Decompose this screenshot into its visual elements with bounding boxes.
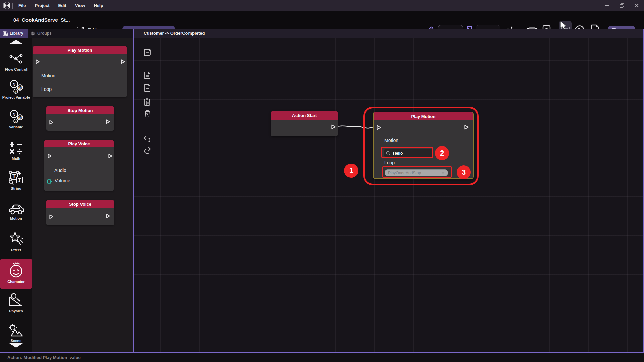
sidebar-item-project-variable[interactable]: x@y Project Variable: [0, 80, 32, 99]
node-palette: Play Motion Motion Loop Stop Motion Play…: [32, 38, 133, 353]
scroll-up-arrow[interactable]: [9, 40, 23, 44]
node-action-start[interactable]: Action Start: [271, 111, 338, 136]
groups-icon: [30, 31, 35, 36]
string-icon: TT: [0, 170, 32, 185]
annotation-step-2: 2: [435, 146, 449, 160]
palette-node-stop-motion[interactable]: Stop Motion: [46, 106, 114, 131]
library-tab-label: Library: [10, 31, 23, 36]
palette-node-title: Play Motion: [68, 48, 92, 53]
project-variable-icon: x@y: [0, 80, 32, 94]
scene-icon: [0, 323, 32, 337]
minimize-button[interactable]: [600, 0, 614, 11]
sidebar-item-scene[interactable]: Scene: [0, 323, 32, 343]
graph-canvas[interactable]: Action Start Play Motion Motion Hello Lo…: [133, 38, 644, 353]
pin-label-loop: Loop: [41, 86, 52, 92]
palette-node-play-motion[interactable]: Play Motion Motion Loop: [33, 46, 127, 97]
breadcrumb: Customer -> OrderCompleted: [144, 29, 205, 38]
sidebar-item-label: String: [0, 186, 32, 190]
sidebar-item-effect[interactable]: Effect: [0, 231, 32, 252]
svg-text:@: @: [18, 85, 22, 90]
category-sidebar: Flow Control x@y Project Variable x@y Va…: [0, 38, 32, 353]
pin-label-volume: Volume: [55, 178, 70, 183]
palette-node-play-voice[interactable]: Play Voice Audio Volume: [44, 140, 114, 191]
sidebar-item-label: Effect: [0, 248, 32, 252]
paste-icon[interactable]: [143, 98, 152, 106]
sidebar-item-physics[interactable]: Physics: [0, 293, 32, 313]
sidebar-item-flow-control[interactable]: Flow Control: [0, 53, 32, 71]
undo-icon[interactable]: [143, 135, 152, 144]
palette-node-title: Stop Motion: [67, 108, 93, 113]
exec-in-pin[interactable]: [49, 214, 54, 219]
status-bar: Action: Modified Play Motion value: [0, 352, 644, 362]
exec-in-pin[interactable]: [49, 120, 54, 125]
library-icon: [3, 31, 8, 36]
remove-document-icon[interactable]: [143, 83, 152, 92]
sidebar-item-label: Project Variable: [0, 95, 32, 99]
connection-wire: [133, 38, 644, 353]
exec-in-pin[interactable]: [35, 59, 40, 64]
svg-text:y: y: [15, 89, 17, 93]
sidebar-item-label: Character: [0, 280, 32, 284]
groups-tab-label: Groups: [37, 31, 52, 36]
sidebar-item-label: Scene: [0, 339, 32, 343]
project-title: 04_CookAndServe_St...: [13, 11, 70, 29]
annotation-step-3: 3: [457, 165, 471, 179]
redo-icon[interactable]: [143, 146, 152, 155]
variable-icon: x@y: [0, 110, 32, 124]
status-text: Action: Modified Play Motion value: [7, 353, 81, 362]
menu-view[interactable]: View: [71, 0, 89, 11]
annotation-step-1: 1: [344, 164, 358, 178]
exec-out-pin[interactable]: [106, 213, 110, 219]
exec-out-pin[interactable]: [108, 153, 113, 159]
palette-node-title: Stop Voice: [69, 202, 91, 207]
palette-node-stop-voice[interactable]: Stop Voice: [46, 200, 114, 225]
sidebar-item-string[interactable]: TT String: [0, 170, 32, 190]
effect-star-icon: [0, 231, 32, 247]
canvas-header: Customer -> OrderCompleted: [133, 29, 644, 38]
sidebar-item-label: Flow Control: [0, 67, 32, 71]
menu-project[interactable]: Project: [30, 0, 54, 11]
volume-data-pin[interactable]: [47, 179, 53, 184]
exec-out-pin[interactable]: [121, 59, 125, 64]
motion-car-icon: [0, 203, 32, 215]
svg-text:T: T: [12, 173, 16, 179]
sidebar-item-variable[interactable]: x@y Variable: [0, 110, 32, 129]
sidebar-item-label: Motion: [0, 216, 32, 220]
node-title: Action Start: [292, 113, 317, 118]
delete-icon[interactable]: [143, 109, 152, 118]
character-face-icon: [0, 262, 32, 278]
step-number: 1: [349, 166, 353, 175]
menu-edit[interactable]: Edit: [54, 0, 71, 11]
annotation-loop-box: [382, 166, 452, 178]
sidebar-item-motion[interactable]: Motion: [0, 203, 32, 220]
close-button[interactable]: [629, 0, 644, 11]
scroll-down-arrow[interactable]: [9, 343, 23, 348]
svg-text:@: @: [18, 115, 22, 120]
exec-out-pin[interactable]: [106, 119, 110, 124]
annotation-motion-box: [381, 147, 433, 158]
math-icon: [0, 141, 32, 155]
sidebar-item-label: Math: [0, 156, 32, 160]
menu-file[interactable]: File: [14, 0, 30, 11]
svg-text:T: T: [18, 178, 21, 183]
storyboard-icon[interactable]: [143, 48, 152, 57]
exec-in-pin[interactable]: [47, 153, 52, 159]
exec-out-pin[interactable]: [331, 124, 336, 130]
app-logo-icon: [3, 2, 11, 9]
sidebar-item-math[interactable]: Math: [0, 141, 32, 160]
tab-groups[interactable]: Groups: [30, 29, 52, 38]
titlebar: File Project Edit View Help: [0, 0, 644, 11]
restore-button[interactable]: [614, 0, 629, 11]
palette-node-title: Play Voice: [68, 141, 90, 146]
sidebar-item-label: Variable: [0, 125, 32, 129]
app-window: File Project Edit View Help 04_CookAndSe…: [0, 0, 644, 362]
sidebar-item-character[interactable]: Character: [0, 262, 32, 284]
panel-tabs-row: Library Groups: [0, 29, 133, 38]
header-bar: 04_CookAndServe_St... Edit Behaviour kg …: [0, 11, 644, 29]
tab-library[interactable]: Library: [0, 29, 28, 38]
menu-help[interactable]: Help: [89, 0, 107, 11]
physics-icon: [0, 293, 32, 308]
step-number: 3: [462, 168, 466, 177]
copy-document-icon[interactable]: [143, 71, 152, 80]
palette-canvas-divider: [133, 29, 134, 353]
